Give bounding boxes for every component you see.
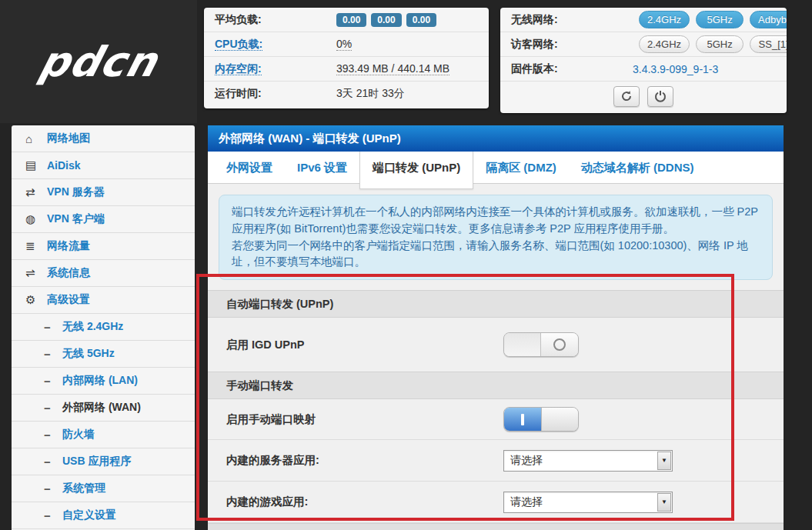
tab-bar: 外网设置 IPv6 设置 端口转发 (UPnP) 隔离区 (DMZ) 动态域名解… [208,152,784,184]
sidebar-item-network-map[interactable]: ⌂ 网络地图 [12,125,195,152]
section-auto-upnp-header: 自动端口转发 (UPnP) [208,290,784,318]
ss-button[interactable]: SS_[1] [750,35,787,53]
server-app-select[interactable]: 请选择 ▼ [503,450,673,472]
description-paragraph: 若您要为同一个网络中的客户端指定端口范围，请输入服务名称、端口范围(如 1020… [232,238,760,272]
brand-logo: pdcn [34,38,162,86]
sidebar-item-label: 网络地图 [47,132,90,145]
cpu-load-value: 0% [336,38,352,51]
sidebar-item-system-admin[interactable]: − 系统管理 [12,475,195,502]
tab-content: 端口转发允许远程计算机在一个私人的内部网络内连接至一个具体的计算机或服务。欲加速… [208,184,784,530]
dash-icon: − [44,428,62,442]
firmware-version-link[interactable]: 3.4.3.9-099_9-1-3 [633,63,718,75]
sidebar-item-label: 内部网络 (LAN) [62,374,138,388]
load-badge: 0.00 [336,13,366,27]
load-badge: 0.00 [371,13,401,27]
tab-dmz[interactable]: 隔离区 (DMZ) [473,152,569,184]
tab-ipv6[interactable]: IPv6 设置 [285,152,359,184]
system-status-panel: 平均负载: 0.000.000.00 CPU负载: 0% 内存空闲: 393.4… [204,8,489,108]
sidebar-item-label: AiDisk [47,159,81,172]
sidebar-item-label: 系统管理 [62,482,105,495]
load-average-row: 平均负载: 0.000.000.00 [204,8,489,32]
sidebar-item-wireless-5g[interactable]: − 无线 5GHz [12,341,195,368]
chevron-down-icon: ▼ [657,452,671,470]
igd-upnp-row: 启用 IGD UPnP [208,318,784,372]
sidebar-item-vpn-server[interactable]: ⇄ VPN 服务器 [12,179,195,206]
sidebar-item-vpn-client[interactable]: ◍ VPN 客户端 [12,206,195,233]
description-paragraph: 端口转发允许远程计算机在一个私人的内部网络内连接至一个具体的计算机或服务。欲加速… [232,204,760,238]
wireless-row: 无线网络: 2.4GHz 5GHz Adbyby [500,8,787,32]
game-app-select-value: 请选择 [504,495,657,509]
sidebar-item-usb-app[interactable]: − USB 应用程序 [12,448,195,475]
power-icon [654,90,667,102]
logo-area: pdcn [0,0,197,123]
port-forwarding-form: 自动端口转发 (UPnP) 启用 IGD UPnP 手动端口转发 启用手动端口映… [208,290,784,530]
sidebar-item-lan[interactable]: − 内部网络 (LAN) [12,368,195,395]
wrench-icon: ⚙ [25,293,47,307]
sidebar-item-label: 外部网络 (WAN) [62,401,141,415]
game-app-select[interactable]: 请选择 ▼ [503,492,673,513]
tab-port-forwarding[interactable]: 端口转发 (UPnP) [359,152,473,189]
memory-free-value: 393.49 MB / 440.14 MB [336,62,449,75]
load-average-values: 0.000.000.00 [336,12,441,27]
igd-upnp-label: 启用 IGD UPnP [226,338,503,352]
home-icon: ⌂ [25,132,47,145]
game-app-label: 内建的游戏应用: [226,495,503,509]
sidebar-item-firewall[interactable]: − 防火墙 [12,422,195,448]
shutdown-button[interactable] [647,86,673,107]
uptime-row: 运行时间: 3天 21时 33分 [204,82,489,106]
guest-network-row: 访客网络: 2.4GHz 5GHz SS_[1] [500,32,787,57]
sidebar-item-system-info[interactable]: ⇌ 系统信息 [12,260,195,287]
network-panel: 无线网络: 2.4GHz 5GHz Adbyby 访客网络: 2.4GHz 5G… [500,8,787,113]
panel-action-row [500,82,787,111]
adbyby-button[interactable]: Adbyby [750,11,787,28]
main-content: 外部网络 (WAN) - 端口转发 (UPnP) 外网设置 IPv6 设置 端口… [208,125,784,530]
memory-free-link[interactable]: 内存空闲: [215,62,262,75]
guest-network-label: 访客网络: [511,38,633,52]
wireless-5g-button[interactable]: 5GHz [696,11,743,28]
guest-5g-button[interactable]: 5GHz [696,35,743,53]
toggle-on-bar [521,414,524,425]
server-app-label: 内建的服务器应用: [226,453,503,468]
sidebar-item-aidisk[interactable]: ▤ AiDisk [12,152,195,179]
globe-icon: ◍ [25,212,47,226]
sidebar-item-label: 高级设置 [47,293,90,307]
sidebar-item-label: 防火墙 [62,428,95,442]
sidebar-item-traffic[interactable]: ≣ 网络流量 [12,233,195,260]
uptime-value: 3天 21时 33分 [336,87,405,101]
manual-mapping-row: 启用手动端口映射 [208,399,784,440]
page-title: 外部网络 (WAN) - 端口转发 (UPnP) [208,125,784,152]
igd-upnp-toggle[interactable] [503,332,579,357]
sidebar-item-label: 无线 5GHz [62,347,115,361]
bars-icon: ≣ [25,239,47,253]
content-footer-strip [208,523,784,530]
sidebar-item-label: USB 应用程序 [62,455,131,468]
uptime-label: 运行时间: [215,87,336,101]
description-box: 端口转发允许远程计算机在一个私人的内部网络内连接至一个具体的计算机或服务。欲加速… [219,195,773,280]
disk-icon: ▤ [25,158,47,172]
sidebar-item-custom-settings[interactable]: − 自定义设置 [12,502,195,529]
manual-mapping-label: 启用手动端口映射 [226,412,503,427]
dash-icon: − [44,375,62,388]
dash-icon: − [44,509,62,522]
cpu-load-link[interactable]: CPU负载: [215,38,262,51]
manual-mapping-toggle[interactable] [503,407,579,432]
tab-ddns[interactable]: 动态域名解析 (DDNS) [569,152,707,184]
wireless-2g-button[interactable]: 2.4GHz [639,11,690,28]
firmware-label: 固件版本: [511,62,633,76]
dash-icon: − [44,348,62,361]
memory-free-row: 内存空闲: 393.49 MB / 440.14 MB [204,57,489,82]
server-app-select-value: 请选择 [504,454,657,468]
sidebar-item-label: VPN 客户端 [47,212,105,226]
tab-wan-settings[interactable]: 外网设置 [214,152,285,184]
reboot-button[interactable] [613,86,640,107]
guest-2g-button[interactable]: 2.4GHz [639,35,690,53]
sidebar-item-label: 无线 2.4GHz [62,320,123,334]
sidebar-item-wireless-2g[interactable]: − 无线 2.4GHz [12,314,195,341]
dash-icon: − [44,402,62,415]
sidebar-item-wan[interactable]: − 外部网络 (WAN) [12,395,195,422]
shuffle-icon: ⇌ [25,266,47,280]
dash-icon: − [44,455,62,468]
sidebar-item-label: VPN 服务器 [47,185,105,199]
sidebar-item-advanced-settings[interactable]: ⚙ 高级设置 [12,287,195,314]
loop-icon: ⇄ [25,185,47,199]
